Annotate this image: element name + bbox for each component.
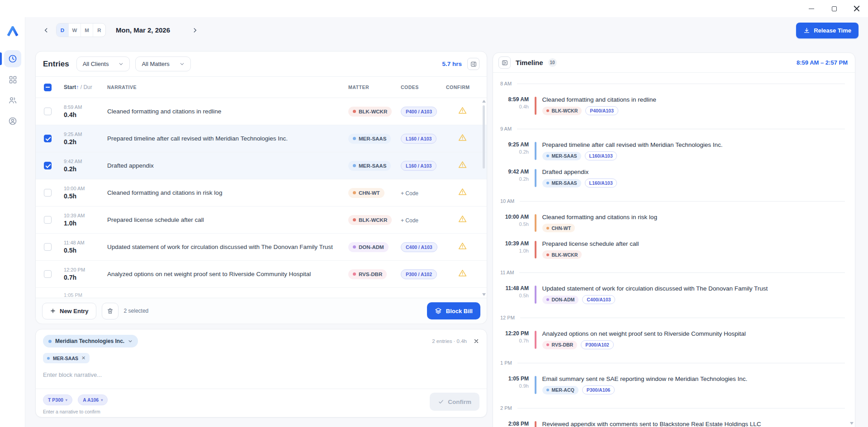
matter-tag[interactable]: MER-SAAS ✕ <box>43 353 90 363</box>
column-matter: MATTER <box>348 84 401 90</box>
delete-selected-button[interactable] <box>102 303 119 319</box>
sidebar-item-clients[interactable] <box>0 90 25 111</box>
code-pill[interactable]: C400/A103 <box>582 295 615 304</box>
select-all-checkbox[interactable] <box>44 84 52 91</box>
matter-pill[interactable]: MER-SAAS <box>348 134 391 144</box>
table-row[interactable]: 11:48 AM0.5h Updated statement of work f… <box>36 234 487 261</box>
code-pill[interactable]: L160 / A103 <box>401 134 436 144</box>
code-pill[interactable]: L160/A103 <box>585 151 617 160</box>
collapse-entries-panel-button[interactable] <box>467 58 479 70</box>
scroll-down-icon[interactable] <box>482 293 486 296</box>
entries-scrollbar[interactable] <box>481 98 486 298</box>
sidebar-item-dashboard[interactable] <box>0 69 25 90</box>
event-time: 9:25 AM <box>500 141 529 148</box>
timeline-event[interactable]: 10:39 AM1.0h Prepared license schedule a… <box>500 240 845 259</box>
hour-label: 11 AM <box>500 270 514 275</box>
table-row[interactable]: 9:25 AM0.2h Prepared timeline after call… <box>36 125 487 152</box>
table-row-partial[interactable]: 1:05 PM <box>36 288 487 297</box>
sidebar-item-account[interactable] <box>0 111 25 131</box>
view-mode-w[interactable]: W <box>69 23 81 37</box>
table-row[interactable]: 10:00 AM0.5h Cleaned formatting and cita… <box>36 179 487 206</box>
view-mode-m[interactable]: M <box>81 23 93 37</box>
block-narrative-input[interactable]: Enter block narrative... <box>36 363 487 389</box>
block-bill-button[interactable]: Block Bill <box>427 302 480 319</box>
code-pill[interactable]: L160 / A103 <box>401 161 436 171</box>
chevron-down-icon <box>119 61 123 66</box>
table-row[interactable]: 10:39 AM1.0h Prepared license schedule a… <box>36 206 487 234</box>
block-client-dropdown[interactable]: Meridian Technologies Inc. <box>43 335 138 347</box>
table-row[interactable]: 8:59 AM0.4h Cleaned formatting and citat… <box>36 98 487 125</box>
close-button[interactable] <box>845 0 868 17</box>
minimize-button[interactable] <box>800 0 823 17</box>
code-pill[interactable]: P300/A106 <box>582 385 615 394</box>
release-icon <box>803 27 810 34</box>
matter-pill[interactable]: RVS-DBR <box>542 341 578 349</box>
next-day-button[interactable] <box>189 24 201 36</box>
warning-icon <box>458 269 467 277</box>
view-mode-r[interactable]: R <box>93 23 105 37</box>
matter-color-dot <box>546 227 549 230</box>
table-row[interactable]: 12:20 PM0.7h Analyzed options on net wei… <box>36 261 487 288</box>
code-pill[interactable]: P300 / A102 <box>401 269 437 279</box>
code-pill[interactable]: P400 / A103 <box>401 107 437 117</box>
client-filter-dropdown[interactable]: All Clients <box>76 56 130 71</box>
timeline-event[interactable]: 9:25 AM0.2h Prepared timeline after call… <box>500 141 845 160</box>
hour-label: 12 PM <box>500 315 515 320</box>
code-pill[interactable]: P300/A102 <box>581 340 614 349</box>
scrollbar-thumb[interactable] <box>483 105 485 169</box>
code-pill[interactable]: P400/A103 <box>585 106 618 115</box>
previous-day-button[interactable] <box>40 24 52 36</box>
timeline-event[interactable]: 11:48 AM0.5h Updated statement of work f… <box>500 285 845 304</box>
matter-pill[interactable]: DON-ADM <box>542 296 579 304</box>
add-code-button[interactable]: + Code <box>401 190 418 197</box>
maximize-button[interactable] <box>823 0 845 17</box>
code-pill[interactable]: C400 / A103 <box>401 242 437 252</box>
timeline-event[interactable]: 8:59 AM0.4h Cleaned formatting and citat… <box>500 96 845 115</box>
row-checkbox[interactable] <box>44 243 52 251</box>
matter-color-dot <box>353 191 356 194</box>
add-code-button[interactable]: + Code <box>401 217 418 224</box>
row-checkbox[interactable] <box>44 162 52 169</box>
row-checkbox[interactable] <box>44 270 52 278</box>
matter-pill[interactable]: BLK-WCKR <box>348 107 392 117</box>
warning-icon <box>458 106 467 115</box>
matter-pill[interactable]: BLK-WCKR <box>348 215 392 225</box>
timeline-event[interactable]: 10:00 AM0.5h Cleaned formatting and cita… <box>500 214 845 232</box>
matter-pill[interactable]: CHN-WT <box>348 188 384 198</box>
matter-pill[interactable]: MER-SAAS <box>542 179 581 188</box>
timeline-event[interactable]: 1:05 PM0.9h Email summary sent re SAE re… <box>500 375 845 394</box>
collapse-timeline-panel-button[interactable] <box>498 56 511 69</box>
new-entry-button[interactable]: New Entry <box>42 303 96 319</box>
timeline-event[interactable]: 12:20 PM0.7h Analyzed options on net wei… <box>500 330 845 349</box>
row-checkbox[interactable] <box>44 216 52 224</box>
sidebar-item-time-entries[interactable] <box>0 48 25 69</box>
matter-pill[interactable]: BLK-WCKR <box>542 250 582 259</box>
task-code-dropdown[interactable]: T P300▾ <box>43 394 72 405</box>
timeline-event[interactable]: 9:42 AM0.2h Drafted appendix MER-SAAS L1… <box>500 169 845 188</box>
scroll-up-icon[interactable] <box>482 100 486 103</box>
activity-code-dropdown[interactable]: A A106▾ <box>78 394 108 405</box>
remove-tag-icon[interactable]: ✕ <box>81 355 85 361</box>
matter-filter-dropdown[interactable]: All Matters <box>135 56 190 71</box>
row-checkbox[interactable] <box>44 108 52 115</box>
timeline-event[interactable]: 2:08 PM0.7h Reviewed appendix with comme… <box>500 421 845 427</box>
code-pill[interactable]: L160/A103 <box>585 178 617 188</box>
matter-pill[interactable]: RVS-DBR <box>348 269 387 279</box>
row-start-time: 8:59 AM <box>64 104 107 110</box>
matter-pill[interactable]: DON-ADM <box>348 242 389 252</box>
table-row[interactable]: 9:42 AM0.2h Drafted appendix MER-SAAS L1… <box>36 152 487 179</box>
matter-pill[interactable]: CHN-WT <box>542 224 575 232</box>
close-block-panel-button[interactable] <box>473 338 479 344</box>
matter-pill[interactable]: BLK-WCKR <box>542 107 582 115</box>
confirm-button[interactable]: Confirm <box>430 393 479 411</box>
matter-pill[interactable]: MER-ACQ <box>542 386 579 394</box>
row-checkbox[interactable] <box>44 135 52 142</box>
scroll-down-icon[interactable] <box>850 422 854 425</box>
row-checkbox[interactable] <box>44 189 52 197</box>
release-time-button[interactable]: Release Time <box>796 23 859 38</box>
view-mode-d[interactable]: D <box>57 23 69 37</box>
check-icon <box>438 399 444 405</box>
column-start-dur[interactable]: Start↑ / Dur <box>64 84 107 90</box>
matter-pill[interactable]: MER-SAAS <box>542 152 581 160</box>
matter-pill[interactable]: MER-SAAS <box>348 161 391 171</box>
